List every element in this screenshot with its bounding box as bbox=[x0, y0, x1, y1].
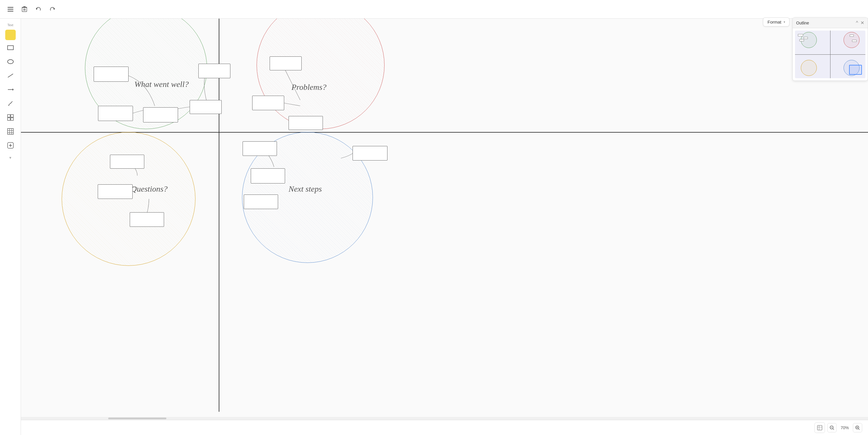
svg-marker-9 bbox=[53, 8, 55, 10]
scrollbar-track bbox=[21, 417, 868, 420]
outline-panel: Outline ^ ✕ bbox=[793, 18, 868, 81]
svg-rect-2 bbox=[7, 11, 13, 12]
zoom-in-button[interactable] bbox=[853, 423, 862, 432]
outline-selected-item[interactable] bbox=[849, 65, 862, 75]
svg-rect-6 bbox=[22, 7, 27, 7]
card-pb-1[interactable] bbox=[270, 56, 302, 70]
text-label: Text bbox=[7, 23, 13, 27]
svg-marker-15 bbox=[12, 88, 14, 91]
outline-header: Outline ^ ✕ bbox=[793, 18, 868, 28]
outline-header-buttons: ^ ✕ bbox=[856, 20, 864, 26]
scrollbar-thumb[interactable] bbox=[108, 417, 166, 419]
problems-circle[interactable] bbox=[256, 19, 384, 129]
format-dropdown-icon: ▾ bbox=[784, 20, 785, 24]
canvas-area[interactable]: What went well? Problems? Questions? Nex… bbox=[21, 19, 868, 435]
questions-label: Questions? bbox=[131, 184, 167, 194]
map-view-button[interactable] bbox=[814, 423, 825, 433]
svg-rect-16 bbox=[7, 115, 10, 117]
card-ww-4[interactable] bbox=[143, 107, 178, 122]
card-ns-4[interactable] bbox=[352, 146, 388, 160]
svg-rect-17 bbox=[11, 115, 13, 117]
svg-rect-1 bbox=[7, 9, 13, 9]
problems-label: Problems? bbox=[291, 83, 327, 92]
what-went-well-label: What went well? bbox=[134, 80, 189, 89]
card-q-3[interactable] bbox=[130, 212, 164, 227]
card-pb-3[interactable] bbox=[288, 116, 323, 130]
more-tools-button[interactable]: ▾ bbox=[7, 153, 14, 162]
card-q-1[interactable] bbox=[110, 155, 144, 169]
next-steps-label: Next steps bbox=[288, 184, 322, 194]
card-ns-2[interactable] bbox=[251, 168, 285, 184]
diagram-tool[interactable] bbox=[4, 111, 17, 124]
card-ns-1[interactable] bbox=[243, 141, 277, 156]
add-tool[interactable] bbox=[4, 139, 17, 152]
arrow-tool[interactable] bbox=[4, 83, 17, 96]
card-ww-2[interactable] bbox=[198, 64, 230, 78]
svg-marker-8 bbox=[36, 8, 37, 10]
svg-line-33 bbox=[859, 429, 860, 430]
left-sidebar: Text bbox=[0, 19, 21, 435]
svg-rect-5 bbox=[25, 8, 25, 11]
svg-rect-20 bbox=[7, 128, 13, 134]
svg-line-30 bbox=[833, 429, 834, 430]
card-pb-2[interactable] bbox=[252, 96, 284, 110]
svg-rect-0 bbox=[7, 7, 13, 8]
svg-point-12 bbox=[7, 60, 13, 64]
svg-rect-28 bbox=[817, 426, 822, 430]
bottom-bar: 70% bbox=[21, 420, 868, 435]
card-ww-1[interactable] bbox=[94, 67, 129, 82]
undo-button[interactable] bbox=[33, 3, 44, 15]
redo-button[interactable] bbox=[46, 3, 58, 15]
delete-button[interactable] bbox=[19, 3, 30, 15]
main-toolbar bbox=[0, 0, 868, 19]
svg-rect-4 bbox=[24, 8, 24, 11]
svg-rect-18 bbox=[7, 118, 10, 120]
card-ww-5[interactable] bbox=[190, 100, 222, 114]
card-q-2[interactable] bbox=[98, 184, 133, 199]
line-tool[interactable] bbox=[4, 69, 17, 82]
pen-tool[interactable] bbox=[4, 97, 17, 110]
horizontal-axis bbox=[21, 132, 868, 133]
svg-rect-19 bbox=[11, 118, 13, 120]
outline-title: Outline bbox=[796, 21, 809, 25]
svg-rect-3 bbox=[22, 7, 27, 12]
card-ww-3[interactable] bbox=[98, 106, 133, 121]
outline-content bbox=[793, 28, 868, 81]
svg-rect-11 bbox=[7, 45, 13, 50]
zoom-level-display: 70% bbox=[839, 426, 850, 430]
svg-line-13 bbox=[8, 74, 13, 77]
rectangle-tool[interactable] bbox=[4, 41, 17, 54]
zoom-out-button[interactable] bbox=[827, 423, 837, 432]
questions-circle[interactable] bbox=[62, 132, 195, 266]
format-panel[interactable]: Format ▾ bbox=[763, 18, 789, 27]
svg-rect-7 bbox=[23, 6, 26, 7]
sticky-note-tool[interactable] bbox=[5, 30, 16, 40]
card-ns-3[interactable] bbox=[244, 194, 278, 209]
ellipse-tool[interactable] bbox=[4, 55, 17, 68]
menu-button[interactable] bbox=[5, 3, 16, 15]
table-tool[interactable] bbox=[4, 125, 17, 138]
outline-expand-button[interactable]: ^ bbox=[856, 20, 858, 26]
outline-close-button[interactable]: ✕ bbox=[861, 20, 864, 26]
format-label: Format bbox=[767, 20, 781, 24]
